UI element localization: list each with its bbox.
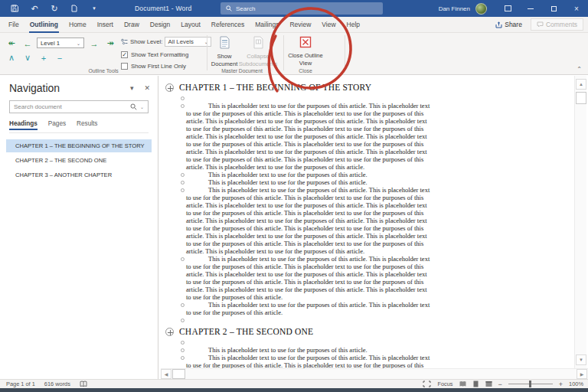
comments-label: Comments (546, 21, 577, 28)
scroll-up-arrow-icon[interactable]: ▲ (576, 79, 586, 90)
focus-label[interactable]: Focus (437, 381, 452, 387)
heading-text: CHAPTER 2 – THE SECOND ONE (179, 327, 313, 336)
user-name[interactable]: Dan Finnen (439, 5, 470, 12)
page-indicator[interactable]: Page 1 of 1 (6, 381, 35, 387)
outline-body-paragraph[interactable]: This is placeholder text to use for the … (161, 186, 574, 255)
zoom-out-icon[interactable]: − (498, 381, 502, 388)
scroll-down-arrow-icon[interactable]: ▼ (576, 354, 586, 365)
redo-icon[interactable]: ↻ (44, 0, 64, 17)
horizontal-scrollbar-thumb[interactable] (172, 369, 185, 379)
nav-heading-item[interactable]: CHAPTER 1 – THE BEGINNING OF THE STORY (6, 139, 152, 152)
comment-icon (537, 21, 544, 28)
vertical-scrollbar[interactable]: ▲ ▼ (574, 76, 586, 368)
nav-tab-pages[interactable]: Pages (48, 120, 66, 129)
print-layout-icon[interactable] (472, 381, 479, 387)
document-icon[interactable] (64, 0, 84, 17)
outline-tools-group-label: Outline Tools (31, 68, 176, 74)
scroll-left-arrow-icon[interactable]: ◀ (161, 369, 172, 379)
outline-body-paragraph[interactable]: This is placeholder text to use for the … (161, 354, 574, 368)
zoom-level[interactable]: 100% (569, 381, 583, 387)
outline-body-paragraph[interactable]: This is placeholder text to use for the … (161, 171, 574, 178)
search-placeholder: Search (236, 5, 255, 12)
outline-body-paragraph[interactable]: This is placeholder text to use for the … (161, 346, 574, 354)
ribbon-tab-design[interactable]: Design (145, 17, 175, 33)
ribbon-tab-outlining[interactable]: Outlining (24, 17, 64, 33)
chevron-down-icon[interactable]: ⌄ (140, 104, 144, 109)
ribbon-display-options-icon[interactable] (496, 0, 519, 17)
close-window-button[interactable]: × (565, 0, 588, 17)
word-count[interactable]: 616 words (44, 381, 70, 387)
zoom-slider-thumb[interactable] (529, 381, 531, 387)
expand-button[interactable]: + (37, 53, 51, 63)
titlebar-right: Dan Finnen × (439, 0, 588, 17)
outline-body-paragraph[interactable]: This is placeholder text to use for the … (161, 301, 574, 316)
heading-text: CHAPTER 1 – THE BEGINNING OF THE STORY (179, 83, 371, 92)
zoom-slider[interactable] (508, 384, 553, 384)
scroll-right-arrow-icon[interactable]: ▶ (577, 369, 587, 379)
qat-customize-chevron-icon[interactable]: ▾ (84, 0, 104, 17)
move-down-button[interactable]: ∨ (21, 53, 34, 63)
ribbon-tab-layout[interactable]: Layout (175, 17, 206, 33)
outline-heading[interactable]: CHAPTER 1 – THE BEGINNING OF THE STORY (161, 83, 574, 92)
vertical-scrollbar-thumb[interactable] (576, 92, 586, 104)
heading-expand-icon[interactable] (165, 83, 174, 92)
outline-heading[interactable]: CHAPTER 2 – THE SECOND ONE (161, 327, 574, 336)
ribbon-tab-home[interactable]: Home (64, 17, 92, 33)
document-canvas[interactable]: CHAPTER 1 – THE BEGINNING OF THE STORYTh… (161, 76, 574, 368)
window-titlebar: ↶ ↻ ▾ Document1 - Word Search Dan Finnen… (0, 0, 588, 17)
titlebar-search-box[interactable]: Search (220, 2, 383, 15)
nav-pane-close-icon[interactable]: ✕ (144, 84, 150, 92)
ribbon-tab-review[interactable]: Review (284, 17, 316, 33)
maximize-button[interactable] (542, 0, 565, 17)
comments-button[interactable]: Comments (531, 18, 583, 31)
outline-body-paragraph[interactable]: This is placeholder text to use for the … (161, 102, 574, 171)
ribbon-tab-draw[interactable]: Draw (119, 17, 145, 33)
outline-level-select[interactable]: Level 1 ⌄ (37, 38, 84, 48)
promote-to-heading1-button[interactable]: ↞ (5, 38, 18, 48)
ribbon-tab-insert[interactable]: Insert (92, 17, 119, 33)
proofing-book-icon[interactable] (80, 381, 87, 387)
demote-to-body-button[interactable]: ↠ (103, 38, 117, 48)
checkbox-checked-icon: ✓ (121, 51, 128, 58)
zoom-in-icon[interactable]: + (559, 381, 563, 388)
collapse-subdocuments-label: Collapse Subdocuments (237, 53, 279, 67)
demote-button[interactable]: → (87, 38, 101, 48)
paragraph-text: This is placeholder text to use for the … (186, 255, 433, 301)
heading-expand-icon[interactable] (165, 328, 174, 336)
nav-heading-item[interactable]: CHAPTER 2 – THE SECOND ONE (6, 154, 152, 167)
nav-tab-results[interactable]: Results (77, 120, 97, 129)
read-mode-icon[interactable] (459, 381, 466, 387)
show-text-formatting-checkbox[interactable]: ✓ Show Text Formatting (121, 51, 188, 58)
outline-empty-paragraph[interactable] (161, 316, 574, 324)
collapse-ribbon-chevron-icon[interactable]: ⌃ (577, 66, 582, 73)
horizontal-scrollbar[interactable]: ◀ ▶ (161, 368, 588, 379)
outline-body-paragraph[interactable]: This is placeholder text to use for the … (161, 178, 574, 186)
ribbon-tab-view[interactable]: View (316, 17, 341, 33)
show-level-control[interactable]: Show Level: All Levels ⌄ (121, 37, 211, 47)
window-title: Document1 - Word (135, 0, 191, 17)
nav-pane-options-chevron-icon[interactable]: ▾ (130, 84, 134, 92)
share-button[interactable]: Share (490, 19, 528, 30)
ribbon-tab-file[interactable]: File (3, 17, 24, 33)
nav-heading-item[interactable]: CHAPTER 3 – ANOTHER CHAPTER (6, 168, 152, 181)
ribbon-tab-help[interactable]: Help (341, 17, 365, 33)
nav-tab-headings[interactable]: Headings (9, 120, 38, 129)
undo-icon[interactable]: ↶ (24, 0, 44, 17)
avatar[interactable] (475, 3, 487, 15)
close-outline-view-button[interactable]: Close Outline View (285, 36, 326, 70)
collapse-button[interactable]: − (53, 53, 67, 63)
master-document-group-label: Master Document (204, 68, 280, 74)
move-up-button[interactable]: ∧ (5, 53, 18, 63)
focus-icon[interactable] (423, 381, 431, 387)
save-icon[interactable] (5, 0, 24, 17)
outline-body-paragraph[interactable]: This is placeholder text to use for the … (161, 255, 574, 301)
ribbon-tab-references[interactable]: References (206, 17, 250, 33)
outline-empty-paragraph[interactable] (161, 338, 574, 346)
outline-empty-paragraph[interactable] (161, 94, 574, 102)
nav-search-input[interactable]: Search document ⌄ (9, 100, 149, 113)
minimize-button[interactable] (519, 0, 542, 17)
ribbon-tab-mailings[interactable]: Mailings (250, 17, 284, 33)
web-layout-icon[interactable] (485, 381, 492, 387)
body-bullet-icon (181, 96, 185, 100)
promote-button[interactable]: ← (21, 38, 34, 48)
